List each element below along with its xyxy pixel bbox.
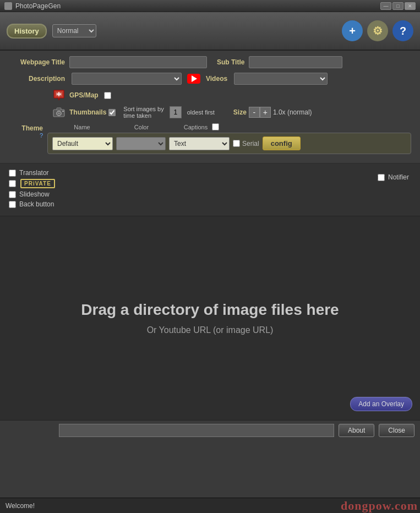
thumbnails-row: Thumbnails Sort images bytime taken 1 ol… xyxy=(9,106,411,119)
videos-select[interactable] xyxy=(234,73,328,85)
webpage-title-input[interactable] xyxy=(69,56,207,68)
drop-sub-text: Or Youtube URL (or image URL) xyxy=(147,325,274,335)
notifier-label: Notifier xyxy=(388,173,409,181)
maximize-button[interactable]: □ xyxy=(392,2,403,10)
videos-label: Videos xyxy=(206,75,227,83)
theme-label: Theme xyxy=(21,124,43,132)
status-text: Welcome! xyxy=(6,502,35,510)
slideshow-checkbox[interactable] xyxy=(9,191,16,198)
description-row: Description Videos xyxy=(9,73,411,85)
mode-select[interactable]: Normal Simple Advanced xyxy=(52,24,96,37)
gps-label: GPS/Map xyxy=(69,91,99,99)
size-minus-button[interactable]: - xyxy=(249,107,260,118)
help-icon: ? xyxy=(400,25,406,37)
serial-option: Serial xyxy=(233,140,259,148)
drop-main-text: Drag a directory of image files here xyxy=(81,301,339,319)
description-label: Description xyxy=(9,75,69,83)
gps-row: GPS/Map xyxy=(9,89,411,101)
title-bar: PhotoPageGen — □ ✕ xyxy=(0,0,420,12)
back-button-checkbox[interactable] xyxy=(9,201,16,208)
toolbar-right: + ⚙ ? xyxy=(342,20,413,41)
thumbnails-checkbox[interactable] xyxy=(108,109,116,116)
notifier-option: Notifier xyxy=(378,173,409,181)
options-section: Translator PRiVATE Slideshow Back button… xyxy=(0,163,420,216)
serial-label: Serial xyxy=(242,140,259,148)
about-button[interactable]: About xyxy=(339,424,374,437)
notifier-checkbox[interactable] xyxy=(378,174,385,181)
add-overlay-button[interactable]: Add an Overlay xyxy=(350,397,412,411)
theme-caption-select[interactable]: Text xyxy=(169,137,230,150)
youtube-icon xyxy=(187,74,200,84)
subtitle-label: Sub Title xyxy=(217,58,244,66)
translator-checkbox[interactable] xyxy=(9,170,16,177)
close-button[interactable]: ✕ xyxy=(405,2,416,10)
slideshow-row: Slideshow xyxy=(9,190,411,198)
add-button[interactable]: + xyxy=(342,20,363,41)
gps-checkbox[interactable] xyxy=(104,92,111,99)
youtube-play-icon xyxy=(192,75,197,82)
theme-headers: Name Color Captions xyxy=(47,123,411,130)
oldest-first-label: oldest first xyxy=(187,109,215,116)
config-button[interactable]: config xyxy=(263,137,301,150)
thumbnails-label: Thumbnails xyxy=(69,108,106,116)
theme-section: Theme ? Name Color Captions Default xyxy=(9,123,411,154)
subtitle-input[interactable] xyxy=(249,56,342,68)
gps-map-icon xyxy=(53,89,65,101)
name-header: Name xyxy=(50,124,114,130)
translator-label: Translator xyxy=(19,169,49,177)
size-plus-button[interactable]: + xyxy=(260,107,271,118)
svg-rect-7 xyxy=(57,108,61,110)
sort-label: Sort images bytime taken xyxy=(123,106,163,119)
svg-point-6 xyxy=(58,112,60,114)
app-title: PhotoPageGen xyxy=(15,2,61,10)
sort-number: 1 xyxy=(170,106,182,118)
theme-help-link[interactable]: ? xyxy=(40,132,43,139)
captions-checkbox[interactable] xyxy=(212,123,219,130)
app-icon xyxy=(4,2,12,10)
toolbar: History Normal Simple Advanced + ⚙ ? xyxy=(0,12,420,51)
private-checkbox[interactable] xyxy=(9,180,16,187)
svg-rect-8 xyxy=(62,111,64,112)
size-label: Size xyxy=(233,108,247,116)
minimize-button[interactable]: — xyxy=(380,2,391,10)
history-button[interactable]: History xyxy=(7,24,47,39)
back-button-row: Back button xyxy=(9,200,411,208)
help-button[interactable]: ? xyxy=(392,20,413,41)
title-row: Webpage Title Sub Title xyxy=(9,56,411,68)
serial-checkbox[interactable] xyxy=(233,140,240,147)
slideshow-label: Slideshow xyxy=(19,190,50,198)
add-icon: + xyxy=(349,25,356,37)
settings-button[interactable]: ⚙ xyxy=(367,20,388,41)
bottom-input[interactable] xyxy=(59,424,334,437)
theme-name-select[interactable]: Default xyxy=(52,137,113,150)
settings-icon: ⚙ xyxy=(373,24,383,37)
webpage-title-label: Webpage Title xyxy=(9,58,69,66)
private-row: PRiVATE xyxy=(9,179,411,188)
window-controls: — □ ✕ xyxy=(380,2,416,10)
main-form: Webpage Title Sub Title Description Vide… xyxy=(0,51,420,163)
bottom-bar: About Close xyxy=(0,420,420,440)
watermark: dongpow.com xyxy=(341,499,420,513)
close-window-button[interactable]: Close xyxy=(379,424,414,437)
description-select[interactable] xyxy=(72,73,182,85)
color-header: Color xyxy=(114,124,168,130)
size-value: 1.0x (normal) xyxy=(273,108,312,116)
drop-zone[interactable]: Drag a directory of image files here Or … xyxy=(0,216,420,420)
back-button-label: Back button xyxy=(19,200,54,208)
theme-controls-row: Default Text Serial config xyxy=(47,133,411,154)
camera-icon xyxy=(53,107,65,117)
private-badge: PRiVATE xyxy=(20,179,55,188)
translator-row: Translator xyxy=(9,169,411,177)
captions-header: Captions xyxy=(184,124,208,130)
status-bar: Welcome! dongpow.com xyxy=(0,498,420,513)
theme-color-select[interactable] xyxy=(116,137,166,150)
